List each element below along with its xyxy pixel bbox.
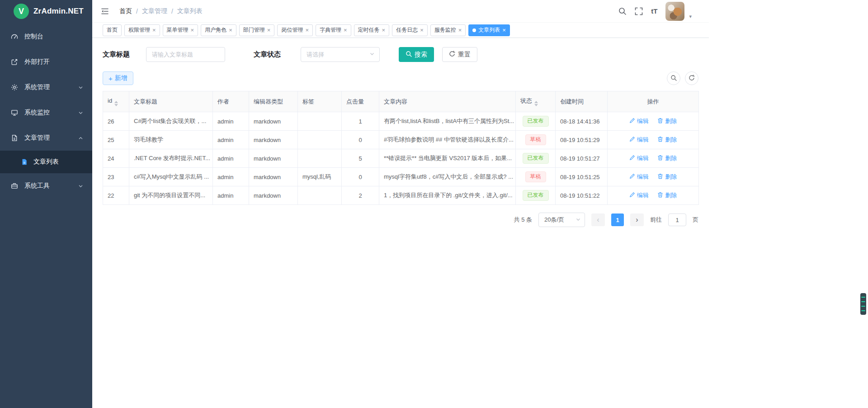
sidebar-item-label: 文章列表 [33,158,59,166]
add-button[interactable]: + 新增 [103,71,133,85]
breadcrumb-section[interactable]: 文章管理 [142,7,167,15]
sidebar-fold-icon[interactable] [100,7,109,16]
sort-carets-icon[interactable] [114,101,118,106]
sidebar-item-article-management[interactable]: 文章管理 [0,125,92,151]
prev-page-button[interactable]: ‹ [591,213,605,226]
article-status-select[interactable]: 请选择 [301,47,380,62]
sidebar-item-dashboard[interactable]: 控制台 [0,24,92,49]
close-icon[interactable]: × [382,27,386,33]
tab-task-log[interactable]: 任务日志 × [392,24,428,36]
user-avatar[interactable] [665,2,684,21]
toggle-search-button[interactable] [667,71,680,85]
column-header-ops: 操作 [608,91,699,112]
edit-link[interactable]: 编辑 [629,173,649,181]
tab-dept-management[interactable]: 部门管理 × [239,24,275,36]
cell-status: 草稿 [516,131,556,149]
article-title-input[interactable] [146,47,225,62]
close-icon[interactable]: × [229,27,232,33]
edit-link[interactable]: 编辑 [629,191,649,199]
close-icon[interactable]: × [191,27,194,33]
search-icon [406,51,412,58]
close-icon[interactable]: × [267,27,271,33]
close-icon[interactable]: × [344,27,347,33]
tab-service-monitor[interactable]: 服务监控 × [430,24,466,36]
tab-post-management[interactable]: 岗位管理 × [277,24,313,36]
chevron-down-icon [369,51,375,58]
sidebar-item-system-monitor[interactable]: 系统监控 [0,100,92,125]
cell-status: 草稿 [516,168,556,186]
chevron-up-icon [78,136,83,141]
table-header-row: id 文章标题 作者 编辑器类型 标签 点击量 文章内容 状态 创建时间 操作 [103,91,699,112]
navbar-actions: tT ▾ [618,2,692,21]
cell-hits: 1 [342,112,379,131]
top-navbar: 首页 / 文章管理 / 文章列表 tT ▾ [92,0,709,23]
reset-button[interactable]: 重置 [442,47,477,62]
page-unit-label: 页 [693,216,698,224]
close-icon[interactable]: × [420,27,424,33]
sidebar-item-system-tools[interactable]: 系统工具 [0,173,92,199]
sidebar-item-system-management[interactable]: 系统管理 [0,75,92,100]
pencil-icon [629,118,635,125]
tab-article-list[interactable]: 文章列表 × [468,24,510,36]
cell-status: 已发布 [516,112,556,131]
next-page-button[interactable]: › [630,213,644,226]
font-size-icon[interactable]: tT [651,7,657,15]
column-header-id[interactable]: id [103,91,129,112]
cell-editor: markdown [249,131,298,149]
table-row: 24 .NET Core 发布时提示.NET... admin markdown… [103,149,699,168]
breadcrumb-home[interactable]: 首页 [119,7,132,15]
sort-carets-icon[interactable] [534,101,538,106]
fullscreen-icon[interactable] [635,7,643,15]
cell-editor: markdown [249,112,298,131]
sidebar-item-label: 系统监控 [24,109,50,117]
column-header-status[interactable]: 状态 [516,91,556,112]
tab-menu-management[interactable]: 菜单管理 × [163,24,198,36]
breadcrumb: 首页 / 文章管理 / 文章列表 [119,7,203,15]
page-content: 文章标题 文章状态 请选择 搜索 重置 [92,38,709,227]
close-icon[interactable]: × [305,27,309,33]
tab-home[interactable]: 首页 [103,24,122,36]
refresh-table-button[interactable] [685,71,698,85]
delete-link[interactable]: 删除 [657,136,677,144]
cell-tags [298,149,342,168]
trash-icon [657,155,663,162]
sidebar-menu: 控制台 外部打开 系统管理 系统监控 [0,24,92,199]
cell-id: 25 [103,131,129,149]
delete-link[interactable]: 删除 [657,117,677,125]
tab-permission-management[interactable]: 权限管理 × [124,24,160,36]
close-icon[interactable]: × [152,27,156,33]
cell-title: 羽毛球教学 [129,131,213,149]
edit-link[interactable]: 编辑 [629,117,649,125]
page-size-select[interactable]: 20条/页 [538,213,585,227]
pencil-icon [629,155,635,162]
cell-title: git 为不同的项目设置不同... [129,186,213,205]
column-header-editor: 编辑器类型 [249,91,298,112]
tab-scheduled-task[interactable]: 定时任务 × [354,24,390,36]
search-button[interactable]: 搜索 [399,47,434,62]
cell-editor: markdown [249,168,298,186]
tab-user-role[interactable]: 用户角色 × [201,24,236,36]
delete-link[interactable]: 删除 [657,173,677,181]
current-page[interactable]: 1 [611,213,624,226]
table-row: 26 C#两个list集合实现关联，... admin markdown 1 有… [103,112,699,131]
sidebar-item-article-list[interactable]: 文章列表 [0,151,92,173]
edit-link[interactable]: 编辑 [629,136,649,144]
status-badge: 已发布 [523,190,549,201]
search-icon[interactable] [618,7,627,15]
goto-page-input[interactable] [668,213,686,226]
tab-dict-management[interactable]: 字典管理 × [316,24,351,36]
scrollbar-thumb-widget[interactable] [860,293,866,315]
close-icon[interactable]: × [502,27,506,33]
delete-link[interactable]: 删除 [657,154,677,162]
sidebar-item-external-open[interactable]: 外部打开 [0,49,92,75]
sidebar-item-label: 系统工具 [24,182,50,190]
cell-created: 08-19 10:51:25 [556,168,608,186]
edit-link[interactable]: 编辑 [629,154,649,162]
external-link-icon [11,58,18,66]
user-menu-caret-icon[interactable]: ▾ [689,14,692,19]
app-logo[interactable]: V ZrAdmin.NET [0,0,92,23]
column-header-hits: 点击量 [342,91,379,112]
close-icon[interactable]: × [458,27,462,33]
cell-title: c#写入Mysql中文显示乱码 ... [129,168,213,186]
delete-link[interactable]: 删除 [657,191,677,199]
